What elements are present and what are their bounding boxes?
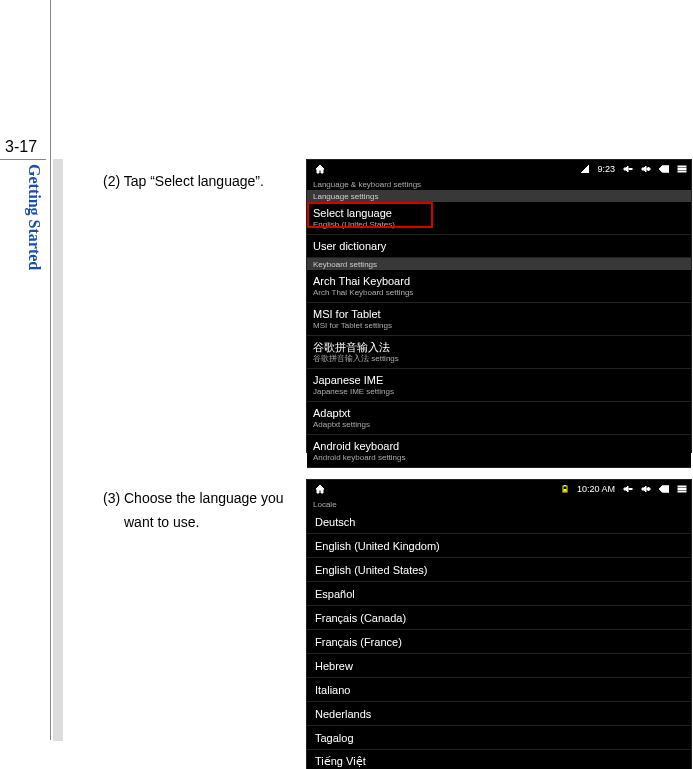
locale-row-francais-ca[interactable]: Français (Canada) — [307, 606, 691, 630]
row-subtitle: Adaptxt settings — [313, 420, 685, 430]
row-keyboard-android[interactable]: Android keyboard Android keyboard settin… — [307, 435, 691, 468]
locale-row-francais-fr[interactable]: Français (France) — [307, 630, 691, 654]
locale-row-italiano[interactable]: Italiano — [307, 678, 691, 702]
instruction-step-2: (2) Tap “Select language”. — [103, 170, 298, 194]
row-keyboard-japanese-ime[interactable]: Japanese IME Japanese IME settings — [307, 369, 691, 402]
volume-up-icon[interactable] — [641, 484, 651, 494]
row-title: User dictionary — [313, 239, 685, 253]
row-title: Android keyboard — [313, 439, 685, 453]
screenshot-language-settings: 9:23 Language & keyboard settings Langua… — [306, 159, 692, 453]
divider-vertical — [50, 0, 51, 740]
volume-up-icon[interactable] — [641, 164, 651, 174]
section-title: Getting Started — [25, 164, 43, 270]
menu-icon[interactable] — [677, 484, 687, 494]
battery-icon — [561, 485, 569, 493]
back-icon[interactable] — [659, 484, 669, 494]
svg-rect-14 — [678, 491, 686, 492]
side-shade — [53, 159, 63, 741]
svg-rect-2 — [648, 168, 649, 171]
page-number: 3-17 — [5, 138, 37, 156]
svg-rect-9 — [629, 489, 632, 490]
row-keyboard-msi[interactable]: MSI for Tablet MSI for Tablet settings — [307, 303, 691, 336]
locale-row-espanol[interactable]: Español — [307, 582, 691, 606]
svg-rect-0 — [629, 169, 632, 170]
svg-rect-5 — [678, 171, 686, 172]
svg-rect-8 — [563, 489, 566, 492]
breadcrumb: Locale — [307, 498, 691, 510]
row-title: Select language — [313, 206, 685, 220]
section-header-language: Language settings — [307, 190, 691, 202]
svg-rect-11 — [648, 488, 649, 491]
svg-rect-12 — [678, 486, 686, 487]
divider-horizontal — [0, 159, 46, 160]
row-keyboard-google-pinyin[interactable]: 谷歌拼音输入法 谷歌拼音输入法 settings — [307, 336, 691, 369]
row-title: Japanese IME — [313, 373, 685, 387]
section-header-keyboard: Keyboard settings — [307, 258, 691, 270]
locale-row-deutsch[interactable]: Deutsch — [307, 510, 691, 534]
svg-rect-7 — [564, 485, 566, 486]
row-title: 谷歌拼音输入法 — [313, 340, 685, 354]
locale-row-hebrew[interactable]: Hebrew — [307, 654, 691, 678]
volume-down-icon[interactable] — [623, 484, 633, 494]
status-time: 10:20 AM — [577, 484, 615, 494]
home-icon[interactable] — [315, 480, 325, 498]
row-title: MSI for Tablet — [313, 307, 685, 321]
locale-row-english-uk[interactable]: English (United Kingdom) — [307, 534, 691, 558]
breadcrumb: Language & keyboard settings — [307, 178, 691, 190]
row-select-language[interactable]: Select language English (United States) — [307, 202, 691, 235]
home-icon[interactable] — [315, 160, 325, 178]
svg-rect-4 — [678, 169, 686, 170]
status-bar: 9:23 — [307, 160, 691, 178]
locale-row-english-us[interactable]: English (United States) — [307, 558, 691, 582]
signal-icon — [581, 165, 589, 173]
locale-row-nederlands[interactable]: Nederlands — [307, 702, 691, 726]
locale-row-tieng-viet[interactable]: Tiếng Việt — [307, 750, 691, 769]
volume-down-icon[interactable] — [623, 164, 633, 174]
svg-rect-3 — [678, 166, 686, 167]
row-user-dictionary[interactable]: User dictionary — [307, 235, 691, 258]
menu-icon[interactable] — [677, 164, 687, 174]
instruction-step-3: (3) Choose the language you want to use. — [103, 487, 303, 535]
row-subtitle: MSI for Tablet settings — [313, 321, 685, 331]
row-title: Adaptxt — [313, 406, 685, 420]
row-keyboard-adaptxt[interactable]: Adaptxt Adaptxt settings — [307, 402, 691, 435]
svg-rect-13 — [678, 489, 686, 490]
back-icon[interactable] — [659, 164, 669, 174]
status-bar: 10:20 AM — [307, 480, 691, 498]
row-subtitle: 谷歌拼音输入法 settings — [313, 354, 685, 364]
row-keyboard-arch-thai[interactable]: Arch Thai Keyboard Arch Thai Keyboard se… — [307, 270, 691, 303]
status-time: 9:23 — [597, 164, 615, 174]
row-title: Arch Thai Keyboard — [313, 274, 685, 288]
screenshot-locale-list: 10:20 AM Locale Deutsch English (United … — [306, 479, 692, 769]
row-subtitle: English (United States) — [313, 220, 685, 230]
row-subtitle: Japanese IME settings — [313, 387, 685, 397]
locale-row-tagalog[interactable]: Tagalog — [307, 726, 691, 750]
row-subtitle: Arch Thai Keyboard settings — [313, 288, 685, 298]
row-subtitle: Android keyboard settings — [313, 453, 685, 463]
